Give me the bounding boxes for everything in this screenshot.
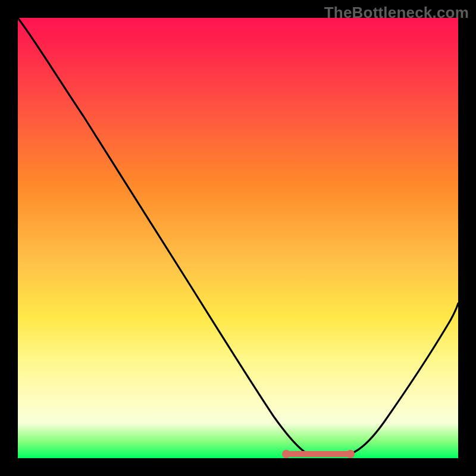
optimal-range-marker [286,451,351,457]
optimal-left-dot [282,450,290,458]
plot-area [18,18,458,458]
bottleneck-curve [18,18,458,458]
curve-path [18,18,458,455]
optimal-right-dot [346,450,355,458]
chart-container: TheBottleneck.com [0,0,476,476]
